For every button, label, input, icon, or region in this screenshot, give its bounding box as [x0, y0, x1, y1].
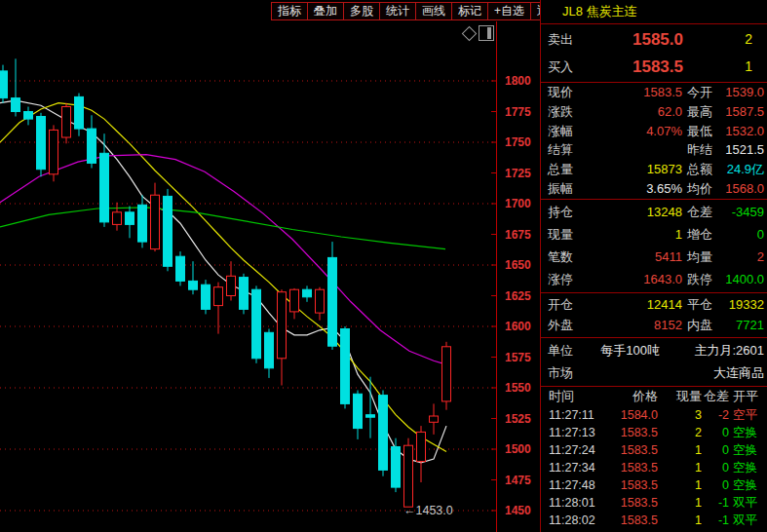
- candle-body: [202, 285, 211, 309]
- tick-price: 1583.5: [621, 459, 658, 476]
- value: 1532.0: [725, 122, 764, 140]
- value: 12414: [647, 295, 682, 314]
- toolbar-button-4[interactable]: 统计: [379, 2, 416, 20]
- value: 1539.0: [725, 83, 764, 101]
- quote-row: 振幅3.65%均价1568.0: [541, 179, 767, 198]
- candle-body: [62, 107, 71, 138]
- tick-direction: 双平: [733, 494, 757, 512]
- info-row: 单位每手100吨主力月:2601: [541, 341, 767, 360]
- tick-list: 时间价格现量仓差开平11:27:111584.03-2空平11:27:13158…: [541, 386, 767, 529]
- open-close-section: 开仓12414平仓19332外盘8152内盘7721: [541, 294, 767, 335]
- label: 现量: [548, 225, 573, 244]
- volume: 2: [745, 26, 752, 53]
- axis-label: 1625: [505, 289, 538, 303]
- tick-row: 11:27:481583.510空换: [541, 476, 767, 494]
- axis-label: 1600: [505, 320, 538, 333]
- candle-body: [240, 278, 249, 310]
- tick-price: 1583.5: [621, 512, 658, 529]
- label: 最低: [687, 122, 712, 140]
- divider: [541, 292, 767, 293]
- kline-chart-area[interactable]: ←1453.0: [0, 21, 496, 532]
- quote-row: 现价1583.5今开1539.0: [541, 83, 767, 101]
- tick-volume: 3: [695, 406, 702, 424]
- tick-time: 11:27:24: [549, 441, 595, 459]
- tick-volume: 1: [695, 476, 702, 494]
- toolbar-button-6[interactable]: 标记: [451, 2, 488, 20]
- candle-body: [442, 347, 451, 401]
- label: 跌停: [687, 270, 712, 288]
- axis-label: 1750: [505, 135, 538, 149]
- candle-body: [265, 332, 274, 368]
- tick-volume: 2: [695, 424, 702, 441]
- axis-label: 1550: [505, 381, 538, 395]
- tick-position-change: 0: [722, 424, 729, 441]
- divider: [541, 199, 767, 200]
- tick-time: 11:27:48: [549, 476, 595, 494]
- tick-direction: 空换: [733, 459, 757, 476]
- candle-body: [366, 415, 375, 418]
- candle-body: [50, 130, 58, 173]
- value: 5411: [655, 247, 682, 266]
- tick-volume: 1: [695, 459, 702, 476]
- info-row: 市场大连商品: [541, 363, 767, 382]
- position-stats-section: 持仓13248仓差-3459现量1增仓0笔数5411均量2涨停1643.0跌停1…: [541, 201, 767, 290]
- panel-toggle-icon[interactable]: [479, 25, 494, 41]
- label: 买入: [548, 54, 573, 80]
- value: 8152: [654, 316, 682, 334]
- candle-body: [392, 447, 401, 488]
- candle-body: [113, 212, 122, 225]
- value: 3.65%: [646, 179, 682, 198]
- quote-row: 笔数5411均量2: [541, 247, 767, 266]
- candle-body: [75, 96, 84, 129]
- tick-time: 11:27:13: [549, 424, 595, 441]
- value: 62.0: [658, 102, 682, 121]
- tick-position-change: 0: [722, 476, 729, 494]
- candle-body: [417, 432, 426, 461]
- candle-body: [252, 289, 261, 359]
- quote-row: 持仓13248仓差-3459: [541, 203, 767, 221]
- tick-time: 11:27:34: [549, 459, 595, 476]
- toolbar-button-1[interactable]: 指标: [271, 2, 308, 20]
- toolbar-button-2[interactable]: 叠加: [307, 2, 344, 20]
- label: 持仓: [548, 203, 573, 221]
- label: 均量: [687, 247, 712, 266]
- value: 1400.0: [725, 270, 764, 288]
- axis-label: 1725: [505, 167, 538, 180]
- toolbar-button-7[interactable]: +自选: [487, 2, 531, 20]
- kline-chart[interactable]: ←1453.0: [0, 21, 496, 532]
- ask-row: 卖出1585.02: [541, 26, 767, 53]
- tick-position-change: 0: [722, 459, 729, 476]
- tick-row: 11:27:241583.510空换: [541, 441, 767, 459]
- ma-line-green: [0, 208, 445, 249]
- axis-label: 1700: [505, 197, 538, 210]
- candle-body: [316, 289, 325, 313]
- toolbar-button-3[interactable]: 多股: [343, 2, 380, 20]
- candle-body: [12, 98, 20, 112]
- quote-row: 结算昨结1521.5: [541, 140, 767, 159]
- candle-body: [278, 292, 287, 359]
- tick-header-row: 时间价格现量仓差开平: [541, 386, 767, 406]
- label: 外盘: [548, 316, 573, 334]
- tick-direction: 双平: [733, 512, 757, 529]
- value: 7721: [736, 316, 764, 334]
- label: 涨幅: [548, 122, 573, 140]
- candle-body: [341, 329, 350, 404]
- axis-label: 1475: [505, 474, 538, 487]
- toolbar-button-5[interactable]: 画线: [415, 2, 452, 20]
- tick-time: 11:28:01: [549, 494, 595, 512]
- candle-body: [151, 195, 160, 248]
- label: 振幅: [548, 179, 573, 198]
- tick-position-change: -1: [718, 494, 729, 512]
- candle-body: [24, 112, 33, 120]
- candle-body: [88, 129, 96, 163]
- tick-header: 价格: [633, 386, 658, 406]
- value: 1583.5: [643, 83, 682, 101]
- quote-row: 现量1增仓0: [541, 225, 767, 244]
- label: 平仓: [687, 295, 712, 314]
- tick-time: 11:27:11: [549, 406, 594, 424]
- candle-body: [430, 416, 439, 422]
- value: 4.07%: [646, 122, 682, 140]
- axis-label: 1775: [505, 105, 538, 119]
- tick-row: 11:28:011583.51-1双平: [541, 494, 767, 512]
- candle-body: [100, 153, 109, 222]
